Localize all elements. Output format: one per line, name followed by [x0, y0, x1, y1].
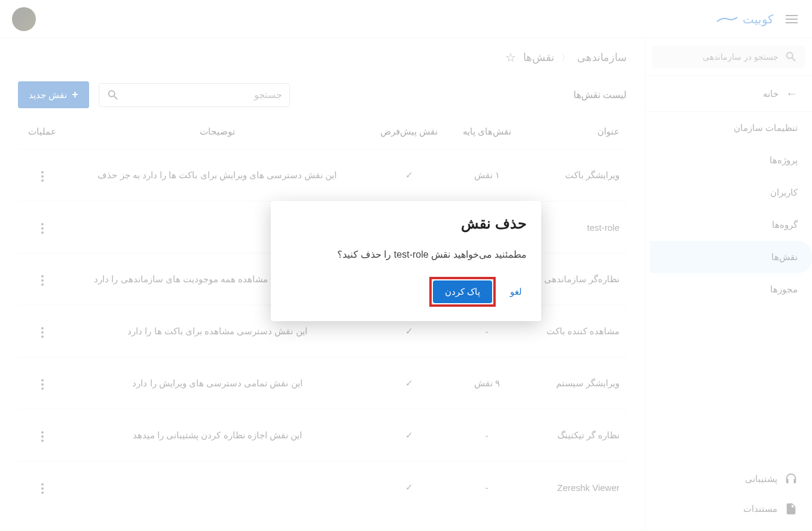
dialog-text: مطمئنید می‌خواهید نقش test-role را حذف ک… [285, 249, 527, 260]
dialog-title: حذف نقش [285, 215, 527, 232]
delete-role-dialog: حذف نقش مطمئنید می‌خواهید نقش test-role … [271, 201, 541, 321]
confirm-highlight: پاک کردن [429, 277, 496, 307]
modal-overlay[interactable]: حذف نقش مطمئنید می‌خواهید نقش test-role … [0, 0, 812, 531]
cancel-button[interactable]: لغو [505, 280, 527, 303]
confirm-delete-button[interactable]: پاک کردن [433, 280, 492, 303]
